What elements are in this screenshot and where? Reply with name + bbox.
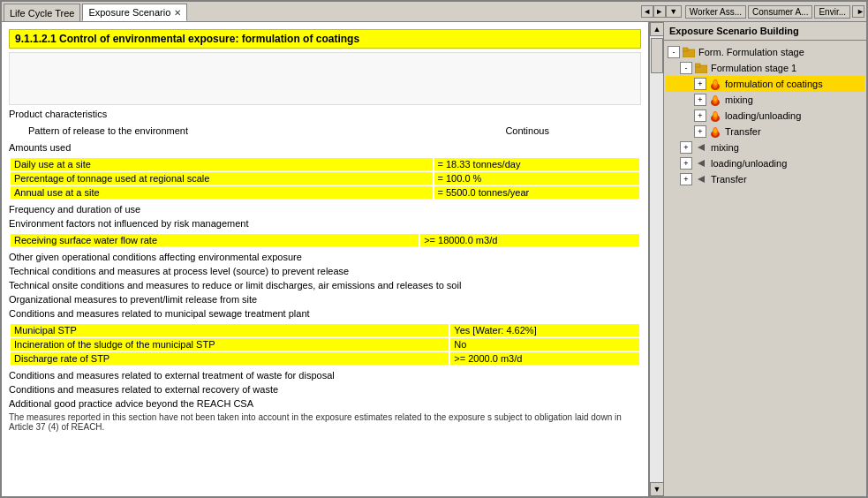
svg-marker-17 xyxy=(698,160,705,167)
fire-icon xyxy=(708,124,722,139)
amounts-used-label: Amounts used xyxy=(9,142,641,153)
other-ops-label: Other given operational conditions affec… xyxy=(9,252,641,262)
svg-point-15 xyxy=(713,128,717,133)
nav-controls: ◄ ► ▼ xyxy=(639,4,683,19)
loading-child-label: loading/unloading xyxy=(725,110,801,121)
tree-item-mixing-top[interactable]: + mixing xyxy=(666,140,864,155)
tree-toggle-transfer-top[interactable]: + xyxy=(680,173,692,185)
table-row: Annual use at a site = 5500.0 tonnes/yea… xyxy=(11,186,639,199)
incineration-value: No xyxy=(450,338,639,351)
loading-top-label: loading/unloading xyxy=(711,158,787,169)
tree-toggle-mixing-child[interactable]: + xyxy=(694,94,706,106)
tree-toggle-form-coatings[interactable]: + xyxy=(694,78,706,90)
table-row: Daily use at a site = 18.33 tonnes/day xyxy=(11,158,639,170)
content-panel: 9.1.1.2.1 Control of environmental expos… xyxy=(2,22,649,496)
top-navigation: Life Cycle Tree Exposure Scenario ✕ ◄ ► … xyxy=(2,2,866,22)
stp-label: Municipal STP xyxy=(11,324,449,336)
amounts-table: Daily use at a site = 18.33 tonnes/day P… xyxy=(9,156,641,200)
scrollbar[interactable]: ▲ ▼ xyxy=(649,22,663,496)
worker-ass-tab[interactable]: Worker Ass... xyxy=(685,5,746,19)
tab-exposure-scenario[interactable]: Exposure Scenario ✕ xyxy=(82,4,187,21)
arrow-icon xyxy=(694,156,708,170)
tech-onsite-label: Technical onsite conditions and measures… xyxy=(9,280,641,290)
svg-rect-3 xyxy=(695,64,700,67)
tree-item-loading-top[interactable]: + loading/unloading xyxy=(666,155,864,171)
tab-bar: Life Cycle Tree Exposure Scenario ✕ xyxy=(2,2,639,21)
nav-prev-icon[interactable]: ◄ xyxy=(641,5,653,18)
org-measures-label: Organizational measures to prevent/limit… xyxy=(9,294,641,305)
svg-point-12 xyxy=(713,112,717,117)
tree-item-formulation-coatings[interactable]: + formulation of coatings xyxy=(666,76,864,92)
fire-icon xyxy=(708,109,722,123)
table-row: Percentage of tonnage used at regional s… xyxy=(11,172,639,185)
form-stage-label: Form. Formulation stage xyxy=(698,47,804,57)
fire-icon xyxy=(708,77,722,91)
sewage-table: Municipal STP Yes [Water: 4.62%] Inciner… xyxy=(9,322,641,366)
daily-use-value: = 18.33 tonnes/day xyxy=(434,158,639,170)
scroll-track[interactable] xyxy=(650,36,663,482)
svg-rect-1 xyxy=(683,48,688,51)
nav-next-icon[interactable]: ► xyxy=(653,5,666,18)
form-stage-1-label: Formulation stage 1 xyxy=(711,63,796,73)
section-heading: 9.1.1.2.1 Control of environmental expos… xyxy=(9,29,641,49)
transfer-child-label: Transfer xyxy=(725,126,761,137)
conditions-external-label: Conditions and measures related to exter… xyxy=(9,370,641,381)
scroll-up-btn[interactable]: ▲ xyxy=(650,22,664,36)
right-panel: Exposure Scenario Building - Form. Formu… xyxy=(663,22,866,496)
annual-use-value: = 5500.0 tonnes/year xyxy=(434,186,639,199)
tree-item-form-stage-1[interactable]: - Formulation stage 1 xyxy=(666,60,864,76)
tree-toggle-form-stage-1[interactable]: - xyxy=(680,62,692,74)
tree-toggle-mixing-top[interactable]: + xyxy=(680,141,692,154)
svg-marker-18 xyxy=(698,176,705,183)
tab-lifecycle-tree[interactable]: Life Cycle Tree xyxy=(4,4,80,21)
incineration-label: Incineration of the sludge of the munici… xyxy=(11,338,449,351)
main-area: 9.1.1.2.1 Control of environmental expos… xyxy=(2,22,866,496)
tech-conditions-label: Technical conditions and measures at pro… xyxy=(9,266,641,276)
envir-tab[interactable]: Envir... xyxy=(814,5,850,19)
tree-item-mixing-child[interactable]: + mixing xyxy=(666,92,864,108)
tree-view: - Form. Formulation stage - xyxy=(664,41,866,496)
conditions-recovery-label: Conditions and measures related to exter… xyxy=(9,384,641,395)
arrow-icon xyxy=(694,172,708,186)
svg-marker-16 xyxy=(698,144,705,151)
percentage-value: = 100.0 % xyxy=(434,172,639,185)
discharge-label: Discharge rate of STP xyxy=(11,352,449,365)
daily-use-label: Daily use at a site xyxy=(11,158,433,170)
tab-label: Exposure Scenario xyxy=(88,7,170,18)
folder-icon xyxy=(694,61,708,75)
scroll-down-btn[interactable]: ▼ xyxy=(650,482,664,496)
main-window: Life Cycle Tree Exposure Scenario ✕ ◄ ► … xyxy=(0,0,868,498)
tree-toggle-loading-child[interactable]: + xyxy=(694,109,706,122)
receiving-table: Receiving surface water flow rate >= 180… xyxy=(9,232,641,248)
fire-icon xyxy=(708,93,722,107)
tree-toggle-form-stage[interactable]: - xyxy=(668,46,680,58)
frequency-label: Frequency and duration of use xyxy=(9,204,641,215)
tree-item-transfer-child[interactable]: + Transfer xyxy=(666,124,864,140)
tree-item-form-stage[interactable]: - Form. Formulation stage xyxy=(666,44,864,60)
tab-close-icon[interactable]: ✕ xyxy=(174,8,181,18)
form-coatings-label: formulation of coatings xyxy=(725,79,823,89)
tree-item-transfer-top[interactable]: + Transfer xyxy=(666,171,864,187)
nav-dropdown-icon[interactable]: ▼ xyxy=(666,5,682,18)
tree-toggle-loading-top[interactable]: + xyxy=(680,157,692,170)
table-row: Discharge rate of STP >= 2000.0 m3/d xyxy=(11,352,639,365)
consumer-tab[interactable]: Consumer A... xyxy=(748,5,812,19)
scroll-thumb[interactable] xyxy=(651,38,663,73)
percentage-label: Percentage of tonnage used at regional s… xyxy=(11,172,433,185)
conditions-sewage-label: Conditions and measures related to munic… xyxy=(9,308,641,319)
env-factors-label: Environment factors not influenced by ri… xyxy=(9,218,641,229)
tree-toggle-transfer-child[interactable]: + xyxy=(694,125,706,138)
right-panel-header: Exposure Scenario Building xyxy=(664,22,866,41)
tree-item-loading-child[interactable]: + loading/unloading xyxy=(666,108,864,124)
svg-point-6 xyxy=(713,80,717,86)
mixing-top-label: mixing xyxy=(711,142,739,153)
receiving-label: Receiving surface water flow rate xyxy=(11,234,419,246)
additional-text: The measures reported in this section ha… xyxy=(9,412,641,432)
table-row: Municipal STP Yes [Water: 4.62%] xyxy=(11,324,639,336)
folder-icon xyxy=(682,45,696,59)
pattern-label: Pattern of release to the environment xyxy=(11,124,500,137)
mixing-child-label: mixing xyxy=(725,94,753,105)
discharge-value: >= 2000.0 m3/d xyxy=(450,352,639,365)
expand-tab[interactable]: ► xyxy=(852,5,864,18)
stp-value: Yes [Water: 4.62%] xyxy=(450,324,639,336)
